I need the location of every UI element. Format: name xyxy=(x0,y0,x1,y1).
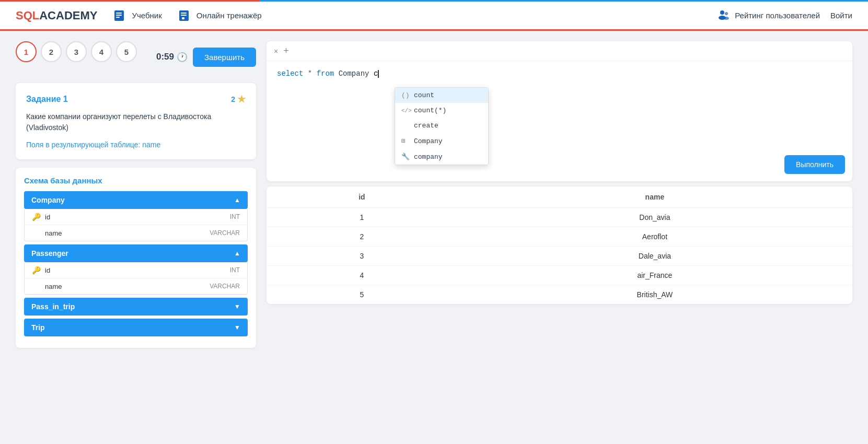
table-cell: 3 xyxy=(267,247,457,266)
svg-point-11 xyxy=(724,17,729,20)
results-header-row: id name xyxy=(267,186,852,208)
tab-1[interactable]: 1 xyxy=(16,41,37,62)
table-cell: 4 xyxy=(267,266,457,285)
tab-2[interactable]: 2 xyxy=(41,41,62,62)
tab-3[interactable]: 3 xyxy=(66,41,87,62)
table-company: Company ▲ 🔑 id INT 🔑 name VARCHAR xyxy=(24,191,248,241)
timer-value: 0:59 xyxy=(156,52,174,62)
table-company-body: 🔑 id INT 🔑 name VARCHAR xyxy=(24,209,248,241)
table-icon: ⊞ xyxy=(401,137,410,145)
results-card: id name 1Don_avia2Aeroflot3Dale_avia4air… xyxy=(267,186,852,304)
task-card: Задание 1 2 ★ Какие компании организуют … xyxy=(16,83,256,159)
table-row: 4air_France xyxy=(267,266,852,285)
autocomplete-text-company: Company xyxy=(414,137,443,145)
task-fields: Поля в результирующей таблице: name xyxy=(26,141,246,149)
task-stars-count: 2 xyxy=(231,95,235,103)
table-cell: air_France xyxy=(457,266,852,285)
table-cell: Aeroflot xyxy=(457,227,852,247)
trip-chevron-icon: ▼ xyxy=(234,324,240,331)
table-trip-name: Trip xyxy=(31,323,45,332)
autocomplete-item-create[interactable]: create xyxy=(395,118,488,133)
left-panel: 1 2 3 4 5 0:59 🕐 Завершить Задание 1 2 ★ xyxy=(16,41,256,348)
field-company-id: 🔑 id INT xyxy=(25,209,247,225)
passenger-chevron-icon: ▲ xyxy=(234,250,240,257)
task-description: Какие компании организуют перелеты с Вла… xyxy=(26,111,246,133)
table-trip[interactable]: Trip ▼ xyxy=(24,319,248,336)
svg-rect-1 xyxy=(116,13,122,14)
sql-select: select xyxy=(277,69,303,78)
rating-label: Рейтинг пользователей xyxy=(735,11,820,20)
table-passenger-body: 🔑 id INT 🔑 name VARCHAR xyxy=(24,262,248,295)
table-row: 5British_AW xyxy=(267,285,852,305)
svg-rect-3 xyxy=(116,17,120,18)
autocomplete-item-company-table[interactable]: ⊞ Company xyxy=(395,133,488,149)
tab-5[interactable]: 5 xyxy=(116,41,137,62)
autocomplete-text-count: count xyxy=(414,91,434,99)
autocomplete-item-count-star[interactable]: </> count(*) xyxy=(395,103,488,118)
svg-rect-2 xyxy=(116,15,122,16)
schema-card: Схема базы данных Company ▲ 🔑 id INT 🔑 n… xyxy=(16,168,256,348)
rating-icon xyxy=(717,8,731,23)
timer-icon: 🕐 xyxy=(177,52,188,63)
timer-area: 0:59 🕐 Завершить xyxy=(156,48,256,67)
table-company-header[interactable]: Company ▲ xyxy=(24,191,248,209)
table-passenger-header[interactable]: Passenger ▲ xyxy=(24,244,248,262)
field-type-name: VARCHAR xyxy=(210,229,240,237)
table-pass-in-trip[interactable]: Pass_in_trip ▼ xyxy=(24,298,248,316)
col-name: name xyxy=(457,186,852,208)
sql-table: Company xyxy=(334,69,374,78)
tab-add-icon[interactable]: + xyxy=(283,45,289,56)
nav-textbook[interactable]: Учебник xyxy=(113,8,161,23)
rating-link[interactable]: Рейтинг пользователей xyxy=(717,8,820,23)
autocomplete-text-company-lower: company xyxy=(414,153,443,161)
task-fields-value: name xyxy=(142,141,160,149)
nav-trainer[interactable]: Онлайн тренажёр xyxy=(178,8,262,23)
autocomplete-text-count-star: count(*) xyxy=(414,107,446,114)
table-row: 1Don_avia xyxy=(267,208,852,227)
code-icon: </> xyxy=(401,108,410,114)
field-name-pname: name xyxy=(45,283,210,290)
table-company-name: Company xyxy=(31,196,65,204)
pass-in-trip-chevron-icon: ▼ xyxy=(234,303,240,310)
svg-rect-5 xyxy=(181,13,187,14)
results-table: id name 1Don_avia2Aeroflot3Dale_avia4air… xyxy=(267,186,852,304)
trainer-icon xyxy=(178,8,192,23)
editor-tabs: × + xyxy=(267,41,852,61)
svg-point-9 xyxy=(725,12,728,15)
cursor xyxy=(378,70,379,78)
autocomplete-item-count[interactable]: () count xyxy=(395,88,488,103)
field-name-pid: id xyxy=(45,266,230,274)
editor-body[interactable]: select * from Company c () count </> cou… xyxy=(267,61,852,155)
svg-rect-7 xyxy=(182,17,184,19)
table-passenger-name: Passenger xyxy=(31,249,68,258)
task-header: Задание 1 2 ★ xyxy=(26,94,246,105)
login-button[interactable]: Войти xyxy=(830,11,852,20)
header-right: Рейтинг пользователей Войти xyxy=(717,8,852,23)
textbook-icon xyxy=(113,8,128,23)
svg-rect-6 xyxy=(181,15,187,16)
schema-title: Схема базы данных xyxy=(24,176,248,185)
field-name-id: id xyxy=(45,213,230,221)
key-icon: 🔑 xyxy=(32,213,41,221)
field-type-pname: VARCHAR xyxy=(210,283,240,290)
logo-academy: ACADEMY xyxy=(39,9,97,22)
autocomplete-text-create: create xyxy=(414,122,438,130)
finish-button[interactable]: Завершить xyxy=(193,48,256,67)
table-cell: Don_avia xyxy=(457,208,852,227)
execute-button[interactable]: Выполнить xyxy=(784,155,845,174)
nav-trainer-label: Онлайн тренажёр xyxy=(196,11,262,20)
tab-close-icon[interactable]: × xyxy=(274,47,278,55)
tab-4[interactable]: 4 xyxy=(91,41,112,62)
logo-sql: SQL xyxy=(16,9,39,22)
main-layout: 1 2 3 4 5 0:59 🕐 Завершить Задание 1 2 ★ xyxy=(0,31,868,358)
table-cell: 1 xyxy=(267,208,457,227)
table-row: 2Aeroflot xyxy=(267,227,852,247)
sql-star: * xyxy=(303,69,316,78)
table-passenger: Passenger ▲ 🔑 id INT 🔑 name VARCHAR xyxy=(24,244,248,295)
sql-input: c xyxy=(374,69,378,78)
table-cell: 2 xyxy=(267,227,457,247)
right-panel: × + select * from Company c () count </>… xyxy=(267,41,852,348)
autocomplete-item-company-lower[interactable]: 🔧 company xyxy=(395,149,488,165)
table-row: 3Dale_avia xyxy=(267,247,852,266)
wrench-icon: 🔧 xyxy=(401,153,410,161)
